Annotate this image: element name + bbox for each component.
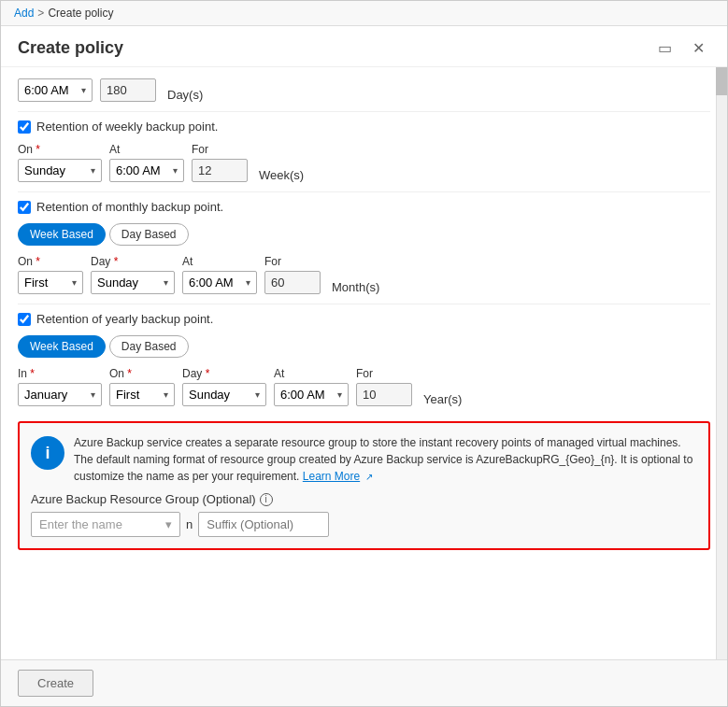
resource-group-label: Azure Backup Resource Group (Optional) i [31, 488, 697, 506]
yearly-on-value: First [116, 388, 139, 402]
monthly-tab-group: Week Based Day Based [18, 223, 710, 246]
resource-group-info-icon[interactable]: i [260, 493, 273, 506]
divider-1 [18, 111, 710, 112]
yearly-checkbox[interactable] [18, 313, 31, 326]
resource-group-name-input[interactable]: Enter the name ▾ [31, 512, 180, 537]
monthly-for-label: For [264, 255, 321, 268]
top-days-input[interactable] [100, 78, 156, 102]
yearly-in-select[interactable]: January ▾ [18, 383, 102, 406]
yearly-in-value: January [24, 388, 67, 402]
maximize-button[interactable]: ▭ [652, 37, 678, 59]
monthly-on-select[interactable]: First ▾ [18, 271, 83, 294]
weekly-at-select[interactable]: 6:00 AM ▾ [109, 159, 184, 182]
monthly-unit: Month(s) [332, 280, 379, 294]
divider-2 [18, 191, 710, 192]
top-time-value: 6:00 AM [24, 83, 69, 97]
monthly-day-label: Day * [91, 255, 175, 268]
monthly-checkbox-row: Retention of monthly backup point. [18, 200, 710, 214]
create-policy-window: Add > Create policy Create policy ▭ ✕ 6:… [0, 0, 728, 707]
yearly-fields-row: In * January ▾ On * First ▾ [18, 367, 710, 406]
suffix-input[interactable] [198, 512, 329, 537]
scrollbar-track[interactable] [716, 67, 727, 659]
yearly-at-select[interactable]: 6:00 AM ▾ [274, 383, 349, 406]
weekly-on-value: Sunday [24, 163, 65, 177]
yearly-day-group: Day * Sunday ▾ [182, 367, 266, 406]
header-icons: ▭ ✕ [652, 37, 710, 59]
breadcrumb-current: Create policy [48, 7, 113, 20]
panel-body: 6:00 AM ▾ Day(s) Retention of weekly bac… [1, 67, 727, 659]
weekly-at-value: 6:00 AM [116, 163, 161, 177]
monthly-fields-row: On * First ▾ Day * Sunday ▾ [18, 255, 710, 294]
monthly-day-group: Day * Sunday ▾ [91, 255, 175, 294]
panel-header: Create policy ▭ ✕ [1, 26, 727, 67]
yearly-for-group: For [356, 367, 412, 406]
yearly-day-select[interactable]: Sunday ▾ [182, 383, 266, 406]
monthly-for-input[interactable] [264, 271, 321, 294]
monthly-at-select[interactable]: 6:00 AM ▾ [182, 271, 257, 294]
chevron-down-icon: ▾ [91, 389, 95, 400]
info-text-content: Azure Backup service creates a separate … [74, 436, 692, 483]
monthly-day-value: Sunday [97, 276, 138, 290]
yearly-label: Retention of yearly backup point. [36, 312, 213, 326]
yearly-day-value: Sunday [189, 388, 230, 402]
top-section: 6:00 AM ▾ Day(s) [18, 78, 710, 102]
top-time-select[interactable]: 6:00 AM ▾ [18, 78, 93, 102]
panel-footer: Create [1, 659, 727, 706]
panel-title: Create policy [18, 38, 123, 58]
weekly-on-select[interactable]: Sunday ▾ [18, 159, 102, 182]
weekly-checkbox-row: Retention of weekly backup point. [18, 120, 710, 134]
scrollbar-thumb[interactable] [716, 67, 727, 95]
monthly-on-value: First [24, 276, 48, 290]
monthly-checkbox[interactable] [18, 201, 31, 214]
monthly-on-group: On * First ▾ [18, 255, 83, 294]
n-separator: n [186, 517, 193, 531]
chevron-down-icon: ▾ [337, 389, 342, 400]
breadcrumb-separator: > [37, 7, 44, 20]
yearly-for-input[interactable] [356, 383, 412, 406]
time-field-group: 6:00 AM ▾ [18, 78, 93, 102]
external-link-icon: ↗ [365, 472, 373, 482]
yearly-on-select[interactable]: First ▾ [109, 383, 175, 406]
weekly-fields-row: On * Sunday ▾ At 6:00 AM ▾ For [18, 143, 710, 182]
close-button[interactable]: ✕ [687, 37, 710, 59]
yearly-checkbox-row: Retention of yearly backup point. [18, 312, 710, 326]
yearly-at-label: At [274, 367, 349, 380]
weekly-unit: Week(s) [259, 168, 304, 182]
chevron-down-icon: ▾ [173, 165, 178, 176]
name-placeholder-text: Enter the name [39, 517, 122, 531]
yearly-in-group: In * January ▾ [18, 367, 102, 406]
chevron-down-icon: ▾ [81, 85, 86, 95]
weekly-for-input[interactable] [192, 159, 248, 182]
monthly-section: Retention of monthly backup point. Week … [18, 200, 710, 294]
create-button[interactable]: Create [18, 670, 93, 697]
chevron-down-icon: ▾ [165, 517, 172, 531]
monthly-on-label: On * [18, 255, 83, 268]
chevron-down-icon: ▾ [164, 389, 168, 400]
yearly-day-label: Day * [182, 367, 266, 380]
learn-more-link[interactable]: Learn More [303, 470, 360, 483]
divider-3 [18, 304, 710, 304]
yearly-day-tab[interactable]: Day Based [109, 335, 189, 358]
monthly-at-value: 6:00 AM [189, 276, 234, 290]
monthly-day-tab[interactable]: Day Based [109, 223, 189, 246]
info-content: i Azure Backup service creates a separat… [20, 423, 708, 485]
monthly-label: Retention of monthly backup point. [36, 200, 223, 214]
yearly-on-label: On * [109, 367, 175, 380]
yearly-week-tab[interactable]: Week Based [18, 335, 106, 358]
weekly-checkbox[interactable] [18, 120, 31, 134]
yearly-at-value: 6:00 AM [280, 388, 325, 402]
yearly-section: Retention of yearly backup point. Week B… [18, 312, 710, 406]
breadcrumb-add[interactable]: Add [14, 7, 34, 20]
monthly-week-tab[interactable]: Week Based [18, 223, 106, 246]
yearly-on-group: On * First ▾ [109, 367, 175, 406]
resource-group-label-text: Azure Backup Resource Group (Optional) [31, 492, 256, 506]
weekly-for-label: For [192, 143, 248, 156]
name-suffix-row: Enter the name ▾ n [31, 512, 697, 537]
top-days-unit: Day(s) [167, 88, 203, 102]
chevron-down-icon: ▾ [246, 277, 250, 288]
yearly-tab-group: Week Based Day Based [18, 335, 710, 358]
weekly-on-label: On * [18, 143, 102, 156]
weekly-on-group: On * Sunday ▾ [18, 143, 102, 182]
monthly-day-select[interactable]: Sunday ▾ [91, 271, 175, 294]
yearly-for-label: For [356, 367, 412, 380]
